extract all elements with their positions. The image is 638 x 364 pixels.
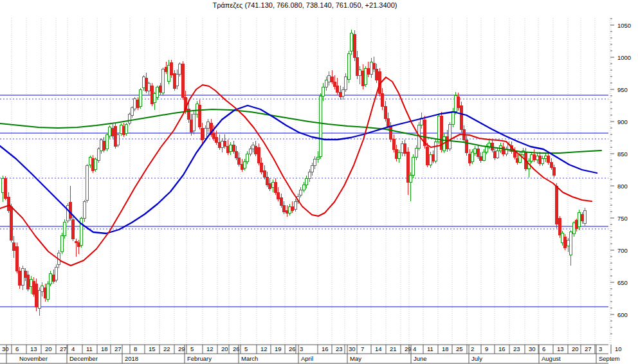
svg-text:2: 2 [471,345,474,352]
svg-text:30: 30 [2,345,9,352]
svg-text:9: 9 [485,345,488,352]
svg-text:1050: 1050 [617,22,631,29]
svg-text:15: 15 [149,345,156,352]
svg-text:13: 13 [30,345,37,352]
svg-text:7: 7 [361,345,364,352]
candlestick-chart: 1050100095090085080075070065060030613202… [0,0,638,364]
svg-text:March: March [241,355,258,362]
svg-text:26: 26 [289,345,296,352]
svg-text:650: 650 [617,279,628,286]
svg-text:23: 23 [336,345,343,352]
svg-text:10: 10 [615,345,622,352]
svg-text:3: 3 [300,345,303,352]
svg-text:12: 12 [260,345,268,352]
candles-layer [2,30,586,316]
svg-text:6: 6 [542,345,545,352]
svg-text:21: 21 [390,345,397,352]
svg-text:5: 5 [190,345,194,352]
svg-text:20: 20 [221,345,228,352]
svg-text:2018: 2018 [125,355,138,362]
svg-text:1000: 1000 [617,54,631,61]
vertical-gridlines [12,18,611,345]
svg-text:11: 11 [427,345,433,352]
svg-text:30: 30 [349,345,356,352]
svg-text:18: 18 [101,345,108,352]
support-resistance-levels [0,95,608,307]
svg-text:13: 13 [557,345,564,352]
y-axis: 10501000950900850800750700650600 [610,19,631,334]
svg-text:11: 11 [86,345,93,352]
svg-text:22: 22 [163,345,170,352]
svg-text:6: 6 [15,345,19,352]
svg-text:27: 27 [114,345,122,352]
svg-text:750: 750 [617,215,628,222]
svg-text:950: 950 [617,86,628,93]
svg-text:5: 5 [244,345,248,352]
svg-text:23: 23 [513,345,520,352]
svg-text:4: 4 [413,345,416,352]
svg-text:April: April [301,355,313,362]
svg-text:12: 12 [206,345,214,352]
svg-text:25: 25 [456,345,463,352]
svg-text:February: February [187,355,212,362]
svg-text:27: 27 [585,345,592,352]
svg-text:800: 800 [617,183,628,190]
svg-text:19: 19 [275,345,282,352]
svg-text:December: December [69,355,98,362]
medium-ma-blue [0,105,597,233]
svg-text:29: 29 [178,345,185,352]
svg-text:4: 4 [71,345,75,352]
svg-text:Septem: Septem [599,355,620,362]
svg-text:August: August [542,355,561,362]
svg-text:8: 8 [134,345,137,352]
svg-text:900: 900 [617,118,628,125]
svg-text:18: 18 [442,345,449,352]
svg-text:20: 20 [572,345,579,352]
svg-text:850: 850 [617,150,628,158]
svg-text:29: 29 [405,345,412,352]
svg-text:July: July [471,355,482,362]
svg-text:3: 3 [599,345,602,352]
svg-text:27: 27 [60,345,67,352]
svg-text:November: November [19,355,48,362]
chart-window: { "chart_data": { "type": "candlestick",… [0,0,638,364]
svg-text:30: 30 [529,345,536,352]
svg-text:16: 16 [322,345,329,352]
svg-text:14: 14 [375,345,382,352]
x-axis: 3061320274111827815222951220265121926316… [0,345,622,363]
svg-text:700: 700 [617,247,628,254]
svg-text:June: June [414,355,427,362]
svg-text:16: 16 [498,345,506,352]
svg-text:600: 600 [617,311,628,318]
svg-text:20: 20 [45,345,52,352]
svg-text:May: May [350,355,361,362]
